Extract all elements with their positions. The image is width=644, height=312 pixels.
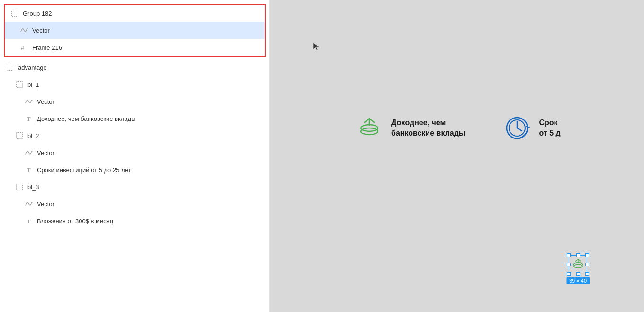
- group-icon-bl3: [15, 183, 24, 191]
- layer-bl2[interactable]: bl_2: [0, 127, 269, 144]
- layer-frame216[interactable]: # Frame 216: [5, 39, 265, 56]
- selected-box: 39 × 40: [569, 255, 587, 274]
- vector-icon-bl1: [25, 97, 33, 106]
- selection-group: Group 182 Vector # Frame 216: [4, 4, 266, 57]
- svg-rect-7: [17, 184, 23, 190]
- advantage-item-1: Доходнее, чембанковские вклады: [355, 114, 465, 142]
- selected-icon: [569, 255, 587, 274]
- cursor-arrow: [313, 42, 320, 53]
- layer-bl1-label: bl_1: [27, 81, 39, 88]
- size-badge: 39 × 40: [566, 277, 590, 284]
- svg-rect-0: [12, 10, 18, 17]
- layer-bl3[interactable]: bl_3: [0, 178, 269, 195]
- handle-mr[interactable]: [585, 263, 589, 266]
- layer-bl3-label: bl_3: [27, 184, 39, 191]
- advantage-icon-1: [355, 114, 384, 142]
- handle-br[interactable]: [585, 272, 589, 276]
- canvas-advantage-group: Доходнее, чембанковские вклады Срокот 5 …: [355, 114, 561, 142]
- vector-icon-bl3: [25, 200, 33, 208]
- svg-text:#: #: [21, 44, 25, 51]
- svg-text:T: T: [27, 218, 31, 224]
- layer-bl1[interactable]: bl_1: [0, 76, 269, 93]
- layer-bl1-text[interactable]: T Доходнее, чем банковские вклады: [0, 110, 269, 127]
- vector-icon: [20, 26, 28, 35]
- handle-tl[interactable]: [567, 253, 571, 257]
- layer-bl3-vector[interactable]: Vector: [0, 195, 269, 212]
- layers-panel: Group 182 Vector # Frame 216: [0, 0, 270, 312]
- layer-vector-label: Vector: [32, 27, 50, 34]
- layer-bl1-vector-label: Vector: [37, 98, 54, 105]
- vector-icon-bl2: [25, 148, 33, 157]
- layer-bl2-vector-label: Vector: [37, 149, 54, 156]
- group-icon: [10, 9, 19, 18]
- handle-bl[interactable]: [567, 272, 571, 276]
- layer-bl3-text[interactable]: T Вложения от 300$ в месяц: [0, 212, 269, 229]
- svg-text:T: T: [27, 166, 31, 173]
- layer-bl3-text-label: Вложения от 300$ в месяц: [37, 218, 113, 225]
- text-icon-bl1: T: [25, 114, 33, 123]
- handle-tr[interactable]: [585, 253, 589, 257]
- advantage-text-1: Доходнее, чембанковские вклады: [391, 118, 465, 139]
- svg-line-16: [517, 128, 522, 131]
- layer-vector-selected[interactable]: Vector: [5, 22, 265, 39]
- layer-bl2-text[interactable]: T Сроки инвестиций от 5 до 25 лет: [0, 161, 269, 178]
- text-icon-bl3: T: [25, 217, 33, 225]
- frame-icon: #: [20, 43, 28, 52]
- text-icon-bl2: T: [25, 165, 33, 174]
- handle-tm[interactable]: [576, 253, 580, 257]
- layer-frame216-label: Frame 216: [32, 44, 62, 51]
- group-icon-advantage: [6, 63, 14, 72]
- svg-rect-2: [7, 64, 13, 71]
- group-icon-bl2: [15, 131, 24, 140]
- layer-bl1-text-label: Доходнее, чем банковские вклады: [37, 115, 136, 122]
- group-icon-bl1: [15, 80, 24, 89]
- svg-rect-5: [17, 133, 23, 139]
- advantage-text-2: Срокот 5 д: [539, 118, 560, 139]
- layer-group182[interactable]: Group 182: [5, 5, 265, 22]
- layers-list: advantage bl_1 Vector T: [0, 57, 269, 231]
- svg-rect-3: [17, 82, 23, 88]
- selected-element-container: 39 × 40: [569, 255, 587, 275]
- handle-ml[interactable]: [567, 263, 571, 266]
- layer-bl1-vector[interactable]: Vector: [0, 93, 269, 110]
- layer-bl2-label: bl_2: [27, 132, 39, 139]
- layer-bl2-text-label: Сроки инвестиций от 5 до 25 лет: [37, 166, 131, 174]
- advantage-item-2: Срокот 5 д: [503, 114, 560, 142]
- canvas[interactable]: Доходнее, чембанковские вклады Срокот 5 …: [270, 0, 644, 312]
- svg-text:T: T: [27, 115, 31, 122]
- handle-bm[interactable]: [576, 272, 580, 276]
- layer-advantage[interactable]: advantage: [0, 59, 269, 76]
- layer-advantage-label: advantage: [18, 64, 47, 71]
- layer-bl3-vector-label: Vector: [37, 201, 54, 208]
- layer-bl2-vector[interactable]: Vector: [0, 144, 269, 161]
- layer-group182-label: Group 182: [23, 10, 52, 17]
- advantage-icon-2: [503, 114, 531, 142]
